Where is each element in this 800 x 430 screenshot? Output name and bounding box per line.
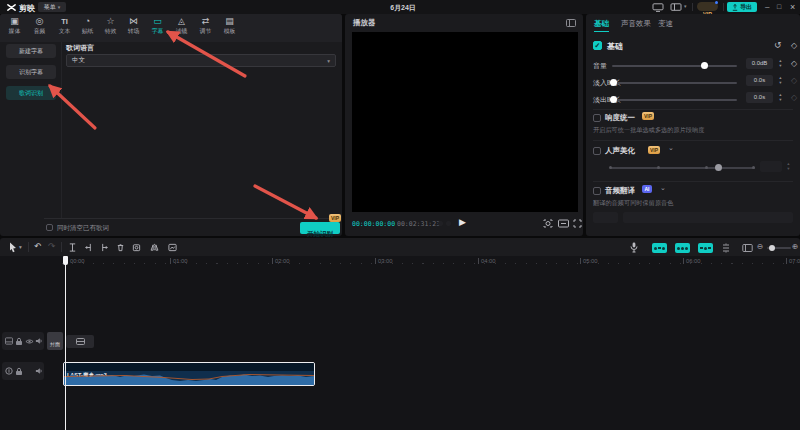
section-divider (593, 181, 793, 182)
layout-icon[interactable] (670, 3, 682, 12)
fade-out-stepper[interactable]: ▴▾ (777, 92, 784, 103)
playhead-line[interactable] (65, 256, 66, 430)
fade-out-keyframe-icon: ◇ (791, 93, 797, 102)
record-mic-icon[interactable] (630, 242, 638, 253)
playhead-handle[interactable] (63, 256, 68, 265)
toolbar-divider (61, 242, 62, 252)
nav-item-template[interactable]: ▤模板 (218, 16, 241, 36)
select-cursor-icon[interactable] (9, 242, 17, 253)
nav-item-audio[interactable]: ◎音频 (28, 16, 51, 36)
sidebar-item-recognize-subtitle[interactable]: 识别字幕 (6, 65, 56, 79)
ruler-label: 02:00 (272, 258, 290, 264)
player-speed-icon[interactable] (446, 221, 451, 226)
mute-icon[interactable] (35, 367, 43, 375)
mute-icon[interactable] (35, 337, 43, 345)
slider-tick (657, 166, 660, 169)
fade-in-slider[interactable] (612, 82, 737, 84)
preview-axis-toggle[interactable] (698, 243, 713, 253)
start-recognition-button[interactable]: 开始识别 (300, 222, 340, 234)
eye-icon[interactable] (25, 338, 34, 345)
trim-right-icon[interactable] (100, 243, 109, 252)
fade-in-stepper[interactable]: ▴▾ (777, 75, 784, 86)
language-select[interactable]: 中文 ▾ (66, 54, 336, 67)
ruler-label: 05:00 (580, 258, 598, 264)
export-button[interactable]: 导出 (727, 2, 757, 12)
voice-beautify-value (760, 161, 782, 172)
snapshot-icon[interactable] (543, 219, 553, 228)
audio-waveform (64, 371, 314, 385)
fullscreen-icon[interactable] (573, 219, 582, 228)
matting-icon[interactable] (168, 243, 177, 252)
track-height-icon[interactable] (721, 243, 731, 253)
volume-value[interactable]: 0.0dB (746, 58, 773, 69)
trim-left-icon[interactable] (84, 243, 93, 252)
caption-icon: ▭ (146, 16, 169, 27)
play-button[interactable]: ▶ (459, 217, 466, 227)
fade-out-value[interactable]: 0.0s (746, 92, 773, 103)
close-button[interactable]: × (790, 2, 795, 12)
player-settings-icon[interactable] (566, 19, 576, 27)
fade-in-value[interactable]: 0.0s (746, 75, 773, 86)
tab-basic[interactable]: 基础 (594, 19, 609, 32)
app-logo-icon (7, 3, 16, 12)
voice-beautify-chevron-icon[interactable]: ⌄ (668, 144, 674, 152)
nav-item-adjust[interactable]: ⇄调节 (194, 16, 217, 36)
undo-icon[interactable]: ↶ (34, 241, 41, 251)
maximize-button[interactable]: □ (777, 2, 781, 12)
fade-out-slider[interactable] (612, 99, 737, 101)
timeline-zoom-knob[interactable] (769, 245, 775, 251)
fade-out-knob[interactable] (610, 96, 617, 103)
titlebar-chevron-icon[interactable]: ▾ (684, 3, 687, 9)
split-icon[interactable] (68, 243, 77, 252)
volume-label: 音量 (593, 61, 607, 71)
cursor-mode-chevron-icon[interactable]: ▾ (19, 244, 22, 250)
volume-stepper[interactable]: ▴▾ (777, 58, 784, 69)
fade-in-knob[interactable] (610, 79, 617, 86)
nav-item-sticker[interactable]: ◔贴纸 (76, 16, 99, 36)
sidebar-item-new-subtitle[interactable]: 新建字幕 (6, 44, 56, 58)
magnet-toggle[interactable] (652, 243, 667, 253)
basic-checkbox[interactable]: ✓ (593, 41, 602, 50)
reset-icon[interactable]: ↺ (774, 40, 782, 50)
nav-item-filter[interactable]: ◬滤镜 (170, 16, 193, 36)
nav-item-media[interactable]: ▣媒体 (3, 16, 26, 36)
freeze-frame-icon[interactable] (132, 243, 141, 252)
zoom-out-icon[interactable]: ⊖ (757, 242, 763, 251)
volume-slider[interactable] (612, 65, 737, 67)
tab-sound-effects[interactable]: 声音效果 (621, 19, 651, 29)
voice-beautify-label: 人声美化 (605, 146, 635, 156)
nav-item-transition[interactable]: ⋈转场 (122, 16, 145, 36)
voice-beautify-checkbox[interactable] (593, 147, 601, 155)
keyframe-icon[interactable]: ◇ (791, 41, 797, 50)
titlebar-date: 6月24日 (375, 3, 431, 13)
clear-lyrics-checkbox[interactable] (46, 224, 53, 231)
cover-button[interactable]: 封面 (47, 332, 63, 350)
volume-slider-knob[interactable] (701, 62, 708, 69)
lock-icon[interactable] (15, 337, 23, 346)
lock-icon[interactable] (15, 367, 23, 376)
ratio-icon[interactable] (558, 219, 569, 228)
nav-item-caption[interactable]: ▭字幕 (146, 16, 169, 36)
tab-speed[interactable]: 变速 (658, 19, 673, 29)
zoom-in-icon[interactable]: ⊕ (792, 242, 798, 251)
audio-translate-checkbox[interactable] (593, 187, 601, 195)
player-viewport[interactable] (352, 32, 578, 212)
audio-translate-desc: 翻译的音频可同时保留原音色 (593, 199, 673, 208)
menu-button[interactable]: 菜单 ▾ (38, 2, 66, 12)
link-toggle[interactable] (675, 243, 690, 253)
nav-item-effects[interactable]: ☆特效 (99, 16, 122, 36)
display-icon[interactable] (652, 3, 664, 12)
timeline-panel-icon[interactable] (742, 243, 753, 253)
nav-item-text[interactable]: TI文本 (53, 16, 76, 36)
audio-clip[interactable]: LAST-魔盒.mp3 (63, 362, 315, 386)
fade-in-keyframe-icon: ◇ (791, 76, 797, 85)
delete-icon[interactable] (116, 243, 125, 252)
minimize-button[interactable]: – (765, 2, 769, 12)
loudness-checkbox[interactable] (593, 114, 601, 122)
player-quality-icon[interactable] (438, 221, 443, 226)
volume-keyframe-icon[interactable]: ◇ (791, 59, 797, 68)
audio-translate-chevron-icon[interactable]: ⌄ (660, 184, 666, 192)
main-track-placeholder[interactable] (66, 335, 94, 348)
mirror-icon[interactable] (150, 243, 159, 252)
sidebar-item-lyrics-recognition[interactable]: 歌词识别 (6, 86, 56, 100)
